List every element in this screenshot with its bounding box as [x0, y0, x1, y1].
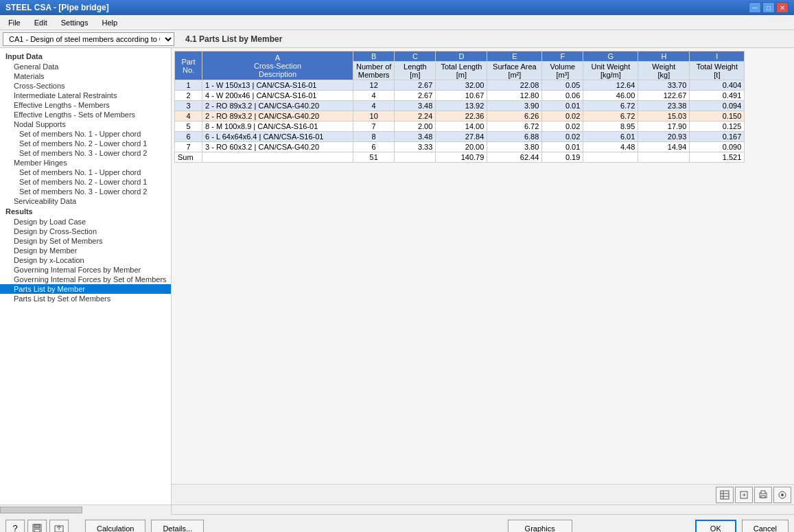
bottom-left-icons: ?: [5, 520, 69, 533]
cancel-button[interactable]: Cancel: [742, 520, 789, 533]
menu-settings[interactable]: Settings: [56, 17, 94, 28]
sidebar-item-design-member[interactable]: Design by Member: [0, 246, 171, 255]
title-bar: STEEL CSA - [Pipe bridge] ─ □ ✕: [0, 0, 794, 15]
menu-help[interactable]: Help: [96, 17, 123, 28]
col-header-f: F: [542, 51, 583, 62]
sidebar-item-set1-upper[interactable]: Set of members No. 1 - Upper chord: [0, 129, 171, 139]
window-controls: ─ □ ✕: [749, 2, 789, 13]
sidebar-item-hinges-set2[interactable]: Set of members No. 2 - Lower chord 1: [0, 177, 171, 187]
table-row: 66 - L 64x64x6.4 | CAN/CSA-S16-0183.4827…: [175, 132, 745, 142]
graphics-button[interactable]: Graphics: [508, 520, 572, 533]
maximize-button[interactable]: □: [762, 2, 775, 13]
col-subheader-total-weight: Total Weight[t]: [690, 62, 745, 80]
save-button[interactable]: [27, 520, 47, 533]
sidebar-item-set3-lower2[interactable]: Set of members No. 3 - Lower chord 2: [0, 148, 171, 158]
content-area: PartNo. ACross-SectionDescription B C D …: [172, 48, 794, 505]
sidebar-results-header: Results: [0, 206, 171, 217]
toolbar-print-icon[interactable]: [754, 487, 772, 503]
table-row: 24 - W 200x46 | CAN/CSA-S16-0142.6710.67…: [175, 91, 745, 101]
sidebar-item-effective-lengths-sets[interactable]: Effective Lengths - Sets of Members: [0, 110, 171, 119]
sidebar-item-design-load-case[interactable]: Design by Load Case: [0, 217, 171, 227]
content-hscroll: [172, 505, 794, 515]
help-button[interactable]: ?: [5, 520, 25, 533]
sidebar-item-design-cross-section[interactable]: Design by Cross-Section: [0, 227, 171, 236]
sidebar-item-cross-sections[interactable]: Cross-Sections: [0, 81, 171, 91]
sidebar-item-materials[interactable]: Materials: [0, 71, 171, 81]
col-header-part-no: PartNo.: [175, 51, 202, 80]
svg-rect-8: [761, 496, 765, 498]
section-title: 4.1 Parts List by Member: [180, 34, 288, 44]
sidebar-item-nodal-supports[interactable]: Nodal Supports: [0, 119, 171, 129]
table-row: 11 - W 150x13 | CAN/CSA-S16-01122.6732.0…: [175, 80, 745, 91]
sidebar-item-design-set-members[interactable]: Design by Set of Members: [0, 236, 171, 246]
col-header-h: H: [638, 51, 690, 62]
bottom-center-buttons: Calculation Details...: [74, 520, 384, 533]
col-subheader-total-length: Total Length[m]: [436, 62, 487, 80]
menu-file[interactable]: File: [3, 17, 26, 28]
toolbar-view-icon[interactable]: [773, 487, 791, 503]
table-row: 58 - M 100x8.9 | CAN/CSA-S16-0172.0014.0…: [175, 122, 745, 132]
close-button[interactable]: ✕: [776, 2, 789, 13]
sidebar-item-serviceability[interactable]: Serviceability Data: [0, 196, 171, 206]
scrollbar-area: [0, 505, 794, 514]
sidebar: Input Data General Data Materials Cross-…: [0, 48, 172, 505]
col-header-cross-section: ACross-SectionDescription: [202, 51, 353, 80]
calculation-button[interactable]: Calculation: [85, 520, 145, 533]
table-sum-row: Sum51140.7962.440.191.521: [175, 152, 745, 163]
col-subheader-num-members: Number ofMembers: [353, 62, 395, 80]
sidebar-item-governing-forces-member[interactable]: Governing Internal Forces by Member: [0, 265, 171, 275]
design-standard-dropdown[interactable]: CA1 - Design of steel members according …: [3, 32, 174, 46]
table-row: 73 - RO 60x3.2 | CAN/CSA-G40.2063.3320.0…: [175, 142, 745, 152]
sidebar-item-general-data[interactable]: General Data: [0, 62, 171, 71]
col-header-b: B: [353, 51, 395, 62]
sidebar-item-intermediate-lateral[interactable]: Intermediate Lateral Restraints: [0, 91, 171, 100]
sidebar-item-effective-lengths-members[interactable]: Effective Lengths - Members: [0, 100, 171, 110]
svg-rect-13: [34, 529, 40, 532]
sidebar-item-set2-lower1[interactable]: Set of members No. 2 - Lower chord 1: [0, 139, 171, 148]
svg-rect-0: [721, 491, 729, 499]
sidebar-item-parts-list-member[interactable]: Parts List by Member: [0, 284, 171, 294]
table-container: PartNo. ACross-SectionDescription B C D …: [172, 48, 794, 484]
sidebar-item-member-hinges[interactable]: Member Hinges: [0, 158, 171, 167]
sidebar-item-hinges-set3[interactable]: Set of members No. 3 - Lower chord 2: [0, 187, 171, 196]
col-subheader-length: Length[m]: [395, 62, 436, 80]
title-text: STEEL CSA - [Pipe bridge]: [5, 3, 109, 12]
toolbar-export-icon[interactable]: [735, 487, 753, 503]
export-button[interactable]: [49, 520, 69, 533]
parts-table: PartNo. ACross-SectionDescription B C D …: [174, 51, 745, 163]
graphics-button-area: Graphics: [390, 520, 689, 533]
col-header-i: I: [690, 51, 745, 62]
col-header-e: E: [487, 51, 542, 62]
dropdown-bar: CA1 - Design of steel members according …: [0, 30, 794, 48]
bottom-right-buttons: OK Cancel: [695, 520, 789, 533]
table-row: 32 - RO 89x3.2 | CAN/CSA-G40.2043.4813.9…: [175, 101, 745, 111]
sidebar-item-parts-list-set[interactable]: Parts List by Set of Members: [0, 294, 171, 303]
table-row: 42 - RO 89x3.2 | CAN/CSA-G40.20102.2422.…: [175, 111, 745, 122]
col-header-c: C: [395, 51, 436, 62]
ok-button[interactable]: OK: [695, 520, 736, 533]
sidebar-item-governing-forces-set[interactable]: Governing Internal Forces by Set of Memb…: [0, 275, 171, 284]
svg-rect-7: [761, 491, 765, 494]
toolbar-table-icon[interactable]: [716, 487, 734, 503]
col-subheader-unit-weight: Unit Weight[kg/m]: [583, 62, 638, 80]
col-subheader-surface-area: Surface Area[m²]: [487, 62, 542, 80]
svg-point-10: [781, 494, 784, 496]
sidebar-hscroll[interactable]: [0, 505, 172, 515]
sidebar-item-design-x-location[interactable]: Design by x-Location: [0, 255, 171, 265]
svg-rect-12: [34, 524, 40, 528]
col-subheader-volume: Volume[m³]: [542, 62, 583, 80]
col-header-g: G: [583, 51, 638, 62]
details-button[interactable]: Details...: [151, 520, 204, 533]
sidebar-item-hinges-set1[interactable]: Set of members No. 1 - Upper chord: [0, 167, 171, 177]
menu-edit[interactable]: Edit: [29, 17, 53, 28]
minimize-button[interactable]: ─: [749, 2, 761, 13]
menu-bar: File Edit Settings Help: [0, 15, 794, 30]
col-subheader-weight: Weight[kg]: [638, 62, 690, 80]
sidebar-input-data-header: Input Data: [0, 51, 171, 62]
col-header-d: D: [436, 51, 487, 62]
main-layout: Input Data General Data Materials Cross-…: [0, 48, 794, 505]
bottom-toolbar: [172, 484, 794, 505]
bottom-buttons-bar: ? Calculation Details... Graphics OK Can…: [0, 514, 794, 532]
